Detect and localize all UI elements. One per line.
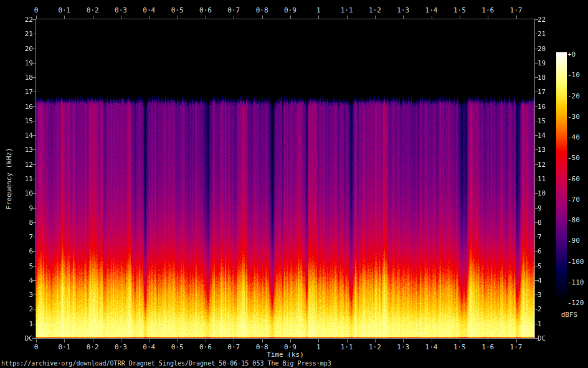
y-tick-label-right: 20 <box>538 45 546 52</box>
spectrogram-figure: 000·10·10·20·20·30·30·40·40·50·50·60·60·… <box>0 0 588 368</box>
tick-mark <box>488 339 488 342</box>
x-tick-label-bottom: 1·3 <box>397 344 409 351</box>
tick-mark <box>375 339 376 342</box>
tick-mark <box>36 16 37 19</box>
tick-mark <box>535 208 538 209</box>
colorbar-tick-label: -70 <box>567 196 580 202</box>
tick-mark <box>432 339 432 342</box>
spectrogram-canvas <box>36 19 534 338</box>
x-tick-label-top: 0·5 <box>171 7 184 14</box>
tick-mark <box>32 121 36 121</box>
x-tick-label-bottom: 0·6 <box>199 344 212 351</box>
tick-mark <box>32 237 36 237</box>
x-tick-label-top: 0·4 <box>143 7 155 14</box>
colorbar-tick-label: -60 <box>567 175 580 182</box>
y-tick-label-right: DC <box>538 335 546 342</box>
tick-mark <box>32 63 36 64</box>
tick-mark <box>32 222 36 223</box>
x-tick-label-bottom: 0·4 <box>143 344 155 351</box>
x-tick-label-bottom: 0 <box>34 344 39 351</box>
tick-mark <box>535 106 538 107</box>
x-tick-label-top: 0·6 <box>199 7 212 14</box>
tick-mark <box>32 106 36 107</box>
tick-mark <box>178 16 178 19</box>
tick-mark <box>403 16 404 19</box>
tick-mark <box>32 338 36 339</box>
tick-mark <box>121 339 121 342</box>
x-tick-label-top: 0·1 <box>58 7 70 14</box>
x-tick-label-top: 1 <box>316 7 321 14</box>
tick-mark <box>535 309 538 309</box>
tick-mark <box>535 237 538 237</box>
colorbar-tick-label: -110 <box>567 278 584 285</box>
y-tick-label-left: 10 <box>25 190 33 197</box>
tick-mark <box>318 16 319 19</box>
x-tick-label-top: 0 <box>34 7 39 14</box>
tick-mark <box>460 339 460 342</box>
tick-mark <box>535 266 538 267</box>
tick-mark <box>347 16 348 19</box>
tick-mark <box>32 179 36 179</box>
tick-mark <box>535 77 538 78</box>
tick-mark <box>535 135 538 136</box>
colorbar-tick-label: -20 <box>567 92 580 99</box>
tick-mark <box>121 16 121 19</box>
tick-mark <box>432 16 432 19</box>
x-tick-label-top: 0·9 <box>284 7 296 14</box>
tick-mark <box>535 49 538 49</box>
y-tick-label-right: 12 <box>538 161 546 167</box>
x-tick-label-bottom: 1·2 <box>369 344 381 351</box>
x-tick-label-top: 0·7 <box>227 7 240 14</box>
y-tick-label-left: 21 <box>25 31 33 37</box>
x-tick-label-bottom: 1 <box>316 344 321 351</box>
x-tick-label-top: 1·6 <box>481 7 494 14</box>
tick-mark <box>535 338 538 339</box>
tick-mark <box>32 77 36 78</box>
x-tick-label-top: 0·2 <box>87 7 99 14</box>
tick-mark <box>32 92 36 92</box>
tick-mark <box>535 193 538 194</box>
x-tick-label-bottom: 1·5 <box>453 344 466 351</box>
tick-mark <box>403 339 404 342</box>
x-tick-label-bottom: 0·7 <box>227 344 240 351</box>
tick-mark <box>234 16 234 19</box>
y-tick-label-left: 15 <box>25 117 33 124</box>
tick-mark <box>32 34 36 34</box>
x-tick-label-top: 1·5 <box>453 7 466 14</box>
tick-mark <box>32 135 36 136</box>
tick-mark <box>149 339 149 342</box>
tick-mark <box>64 339 65 342</box>
x-tick-label-bottom: 0·2 <box>87 344 99 351</box>
tick-mark <box>206 339 206 342</box>
x-tick-label-top: 1·4 <box>425 7 438 14</box>
tick-mark <box>234 339 234 342</box>
tick-mark <box>36 339 37 342</box>
tick-mark <box>32 19 36 20</box>
tick-mark <box>178 339 178 342</box>
colorbar-tick-label: -30 <box>567 113 580 120</box>
tick-mark <box>535 121 538 121</box>
x-tick-label-bottom: 1·6 <box>481 344 494 351</box>
tick-mark <box>535 19 538 20</box>
tick-mark <box>93 16 93 19</box>
tick-mark <box>93 339 93 342</box>
tick-mark <box>535 34 538 34</box>
tick-mark <box>32 164 36 165</box>
x-tick-label-top: 1·3 <box>397 7 409 14</box>
y-tick-label-left: 11 <box>25 176 33 182</box>
x-tick-label-top: 1·2 <box>369 7 381 14</box>
x-axis-title: Time (ks) <box>267 351 304 359</box>
tick-mark <box>516 16 517 19</box>
y-tick-label-right: 13 <box>538 146 546 153</box>
tick-mark <box>32 149 36 150</box>
tick-mark <box>262 16 263 19</box>
colorbar-tick-label: -80 <box>567 217 580 224</box>
tick-mark <box>535 164 538 165</box>
y-tick-label-right: 22 <box>538 16 546 23</box>
tick-mark <box>535 295 538 295</box>
tick-mark <box>262 339 263 342</box>
y-tick-label-left: 13 <box>25 146 33 153</box>
tick-mark <box>535 222 538 223</box>
y-tick-label-left: 14 <box>25 132 33 139</box>
y-tick-label-right: 15 <box>538 117 546 124</box>
